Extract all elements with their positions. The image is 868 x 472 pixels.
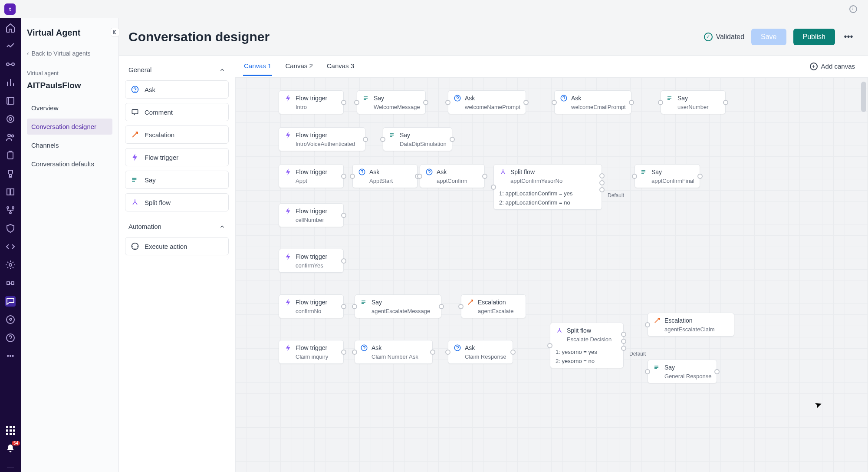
svg-point-22 <box>361 345 367 351</box>
users-icon[interactable] <box>5 132 16 142</box>
escalation-icon <box>653 317 661 324</box>
node-type-label: Ask <box>372 344 381 351</box>
preferences-icon[interactable] <box>849 5 857 13</box>
node-split-flow[interactable]: Split flow apptConfirmYesorNo 1: apptLoc… <box>493 164 602 210</box>
ask-icon <box>425 168 433 176</box>
target-icon[interactable] <box>5 114 16 124</box>
node-say[interactable]: Say agentEscalateMessage <box>355 294 441 318</box>
palette-item-execute-action[interactable]: Execute action <box>125 237 229 255</box>
node-split-flow[interactable]: Split flow Escalate Decision 1: yesorno … <box>550 323 624 368</box>
node-flow-trigger[interactable]: Flow trigger confirmNo <box>279 294 344 318</box>
palette-item-say[interactable]: Say <box>125 171 229 189</box>
devops-icon[interactable] <box>5 278 16 288</box>
flow-trigger-icon <box>131 153 139 162</box>
notification-badge: 54 <box>12 441 20 446</box>
scrollbar[interactable] <box>861 82 866 468</box>
compass-icon[interactable] <box>5 314 16 325</box>
node-ask[interactable]: Ask ApptStart <box>352 164 418 188</box>
svg-rect-16 <box>132 109 138 114</box>
node-name: cellNumber <box>296 217 338 223</box>
node-ask[interactable]: Ask Claim Response <box>448 340 513 364</box>
svg-point-5 <box>8 134 10 137</box>
sidebar-item-channels[interactable]: Channels <box>27 137 112 153</box>
chat-icon[interactable] <box>5 296 16 307</box>
node-escalation[interactable]: Escalation agentEscalateClaim <box>648 313 734 337</box>
analytics-icon[interactable] <box>5 41 16 51</box>
ask-icon <box>454 94 461 102</box>
node-say[interactable]: Say General Response <box>648 360 717 383</box>
node-name: WelcomeMessage <box>374 104 420 110</box>
node-ask[interactable]: Ask welcomeEmailPrompt <box>554 90 631 114</box>
check-circle-icon: ✓ <box>704 33 713 41</box>
publish-button[interactable]: Publish <box>793 29 835 45</box>
node-name: agentEscalate <box>478 308 520 314</box>
say-icon <box>388 131 396 139</box>
node-name: confirmNo <box>296 308 338 314</box>
add-canvas-button[interactable]: + Add canvas <box>810 63 855 70</box>
split-flow-icon <box>499 168 507 176</box>
node-type-label: Say <box>651 168 662 175</box>
config-icon[interactable] <box>5 260 16 270</box>
sidebar-item-overview[interactable]: Overview <box>27 100 112 116</box>
node-say[interactable]: Say DataDipSimulation <box>383 127 452 151</box>
node-say[interactable]: Say userNumber <box>661 90 726 114</box>
node-flow-trigger[interactable]: Flow trigger Intro <box>279 90 344 114</box>
node-type-label: Ask <box>465 344 475 351</box>
palette-item-flow-trigger[interactable]: Flow trigger <box>125 148 229 166</box>
palette-item-ask[interactable]: Ask <box>125 80 229 99</box>
node-name: Claim inquiry <box>296 353 338 360</box>
more-menu-icon[interactable]: ••• <box>5 351 16 361</box>
library-icon[interactable] <box>5 96 16 106</box>
sidebar-item-conversation-defaults[interactable]: Conversation defaults <box>27 156 112 172</box>
palette-group-header-general[interactable]: General <box>125 63 229 76</box>
node-ask[interactable]: Ask apptConfirm <box>420 164 485 188</box>
escalation-icon <box>131 130 139 139</box>
node-type-label: Flow trigger <box>296 132 327 139</box>
notifications-icon[interactable]: 54 <box>5 443 16 454</box>
tab-canvas-2[interactable]: Canvas 2 <box>284 57 313 76</box>
apps-launcher-icon[interactable] <box>5 425 16 436</box>
node-flow-trigger[interactable]: Flow trigger cellNumber <box>279 203 344 227</box>
collapse-sidebar-button[interactable] <box>111 28 119 36</box>
book-icon[interactable] <box>5 187 16 197</box>
node-say[interactable]: Say apptConfirmFinal <box>635 164 700 188</box>
back-link[interactable]: ‹ Back to Virtual agents <box>27 50 112 57</box>
palette-item-escalation[interactable]: Escalation <box>125 125 229 144</box>
app-logo[interactable]: t <box>4 3 16 15</box>
node-ask[interactable]: Ask welcomeNamePrompt <box>448 90 526 114</box>
node-type-label: Flow trigger <box>296 253 327 260</box>
svg-point-11 <box>9 264 12 266</box>
more-actions-button[interactable]: ••• <box>842 30 855 43</box>
node-type-label: Say <box>374 95 384 102</box>
trophy-icon[interactable] <box>5 168 16 179</box>
clipboard-icon[interactable] <box>5 150 16 161</box>
node-ask[interactable]: Ask Claim Number Ask <box>355 340 433 364</box>
code-icon[interactable] <box>5 241 16 252</box>
node-type-label: Flow trigger <box>296 168 327 175</box>
tab-canvas-3[interactable]: Canvas 3 <box>326 57 355 76</box>
connections-icon[interactable] <box>5 59 16 69</box>
flow-canvas[interactable]: Flow trigger Intro Say WelcomeMessage As… <box>235 77 868 472</box>
palette-item-comment[interactable]: Comment <box>125 103 229 121</box>
support-icon[interactable] <box>5 333 16 343</box>
sidebar-item-conversation-designer[interactable]: Conversation designer <box>27 119 112 135</box>
node-flow-trigger[interactable]: Flow trigger IntroVoiceAuthenticated <box>279 127 365 151</box>
main-area: Canvas 1 Canvas 2 Canvas 3 + Add canvas … <box>235 56 868 472</box>
home-icon[interactable] <box>5 23 16 33</box>
node-flow-trigger[interactable]: Flow trigger Claim inquiry <box>279 340 344 364</box>
node-flow-trigger[interactable]: Flow trigger Appt <box>279 164 344 188</box>
tab-canvas-1[interactable]: Canvas 1 <box>243 57 272 76</box>
node-flow-trigger[interactable]: Flow trigger confirmYes <box>279 249 344 273</box>
node-escalation[interactable]: Escalation agentEscalate <box>461 294 526 318</box>
node-say[interactable]: Say WelcomeMessage <box>357 90 426 114</box>
stats-icon[interactable] <box>5 77 16 88</box>
ask-icon <box>560 94 568 102</box>
ask-icon <box>131 85 139 94</box>
palette-group-header-automation[interactable]: Automation <box>125 220 229 233</box>
palette-item-label: Say <box>145 176 156 184</box>
branch-icon[interactable] <box>5 205 16 215</box>
shield-icon[interactable] <box>5 223 16 234</box>
save-button[interactable]: Save <box>751 29 786 45</box>
node-type-label: Ask <box>437 168 447 175</box>
palette-item-split-flow[interactable]: Split flow <box>125 193 229 211</box>
